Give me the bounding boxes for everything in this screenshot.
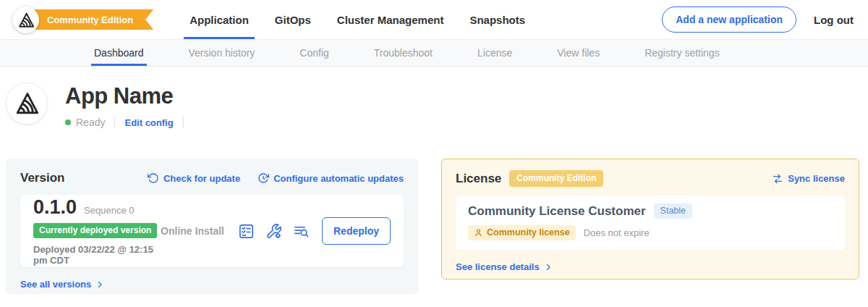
clock-refresh-icon: [258, 172, 269, 184]
deploy-logs-icon[interactable]: [293, 223, 310, 240]
edition-ribbon: Community Edition: [25, 9, 153, 30]
subnav-item-config[interactable]: Config: [299, 40, 328, 66]
dashboard-cards: Version Check for update Configure autom…: [0, 159, 868, 294]
subnav-item-version-history[interactable]: Version history: [189, 40, 255, 66]
see-all-versions-link[interactable]: See all versions: [20, 279, 104, 290]
top-nav: Community Edition Application GitOps Clu…: [0, 0, 868, 40]
divider: [114, 117, 115, 128]
configure-automatic-updates-link[interactable]: Configure automatic updates: [258, 172, 404, 184]
divider: [183, 117, 184, 128]
chevron-right-icon: [95, 280, 104, 289]
version-number: 0.1.0: [33, 196, 77, 219]
logout-button[interactable]: Log out: [814, 14, 854, 26]
page-title: App Name: [65, 83, 193, 109]
replicated-logo-icon: [12, 7, 39, 33]
add-new-application-button[interactable]: Add a new application: [662, 7, 796, 33]
status-ready-dot: [65, 119, 71, 125]
license-card-title: License: [456, 172, 501, 186]
config-wrench-icon[interactable]: [265, 223, 282, 240]
community-license-badge: Community license: [468, 225, 576, 240]
app-sub-nav: Dashboard Version history Config Trouble…: [0, 40, 868, 67]
sequence-label: Sequence 0: [84, 205, 134, 216]
subnav-item-troubleshoot[interactable]: Troubleshoot: [374, 40, 433, 66]
check-for-update-link[interactable]: Check for update: [148, 172, 240, 184]
subnav-item-view-files[interactable]: View files: [557, 40, 600, 66]
tab-application[interactable]: Application: [190, 0, 249, 39]
app-header: App Name Ready Edit config: [0, 67, 868, 128]
customer-name: Community License Customer: [468, 204, 646, 219]
brand-logo-link[interactable]: Community Edition: [0, 0, 153, 39]
tab-cluster-management[interactable]: Cluster Management: [337, 0, 444, 39]
app-logo-icon: [6, 83, 48, 125]
tab-snapshots[interactable]: Snapshots: [469, 0, 525, 39]
community-edition-badge: Community Edition: [509, 170, 603, 187]
subnav-item-license[interactable]: License: [477, 40, 512, 66]
refresh-icon: [148, 172, 159, 184]
currently-deployed-badge: Currently deployed version: [33, 223, 157, 238]
subnav-item-dashboard[interactable]: Dashboard: [94, 40, 144, 66]
license-details-panel: Community License Customer Stable Commun…: [456, 195, 845, 250]
preflight-checks-icon[interactable]: [238, 223, 255, 240]
top-nav-tabs: Application GitOps Cluster Management Sn…: [190, 0, 525, 39]
subnav-item-registry-settings[interactable]: Registry settings: [644, 40, 719, 66]
chevron-right-icon: [544, 263, 553, 272]
status-label: Ready: [76, 117, 105, 128]
tab-gitops[interactable]: GitOps: [275, 0, 311, 39]
channel-stable-badge: Stable: [654, 203, 692, 219]
sync-license-link[interactable]: Sync license: [772, 173, 845, 185]
sync-arrows-icon: [772, 173, 783, 185]
expiration-text: Does not expire: [584, 227, 650, 238]
edit-config-link[interactable]: Edit config: [124, 117, 173, 128]
current-version-panel: 0.1.0 Sequence 0 Currently deployed vers…: [20, 195, 404, 267]
see-license-details-link[interactable]: See license details: [456, 261, 553, 272]
version-card-title: Version: [20, 171, 64, 185]
install-type-label: Online Install: [161, 225, 224, 237]
redeploy-button[interactable]: Redeploy: [322, 217, 391, 245]
person-icon: [474, 228, 483, 237]
license-card: License Community Edition Sync license C…: [441, 159, 859, 279]
deployed-timestamp: Deployed 03/22/22 @ 12:15 pm CDT: [33, 244, 161, 266]
version-card: Version Check for update Configure autom…: [6, 159, 418, 294]
